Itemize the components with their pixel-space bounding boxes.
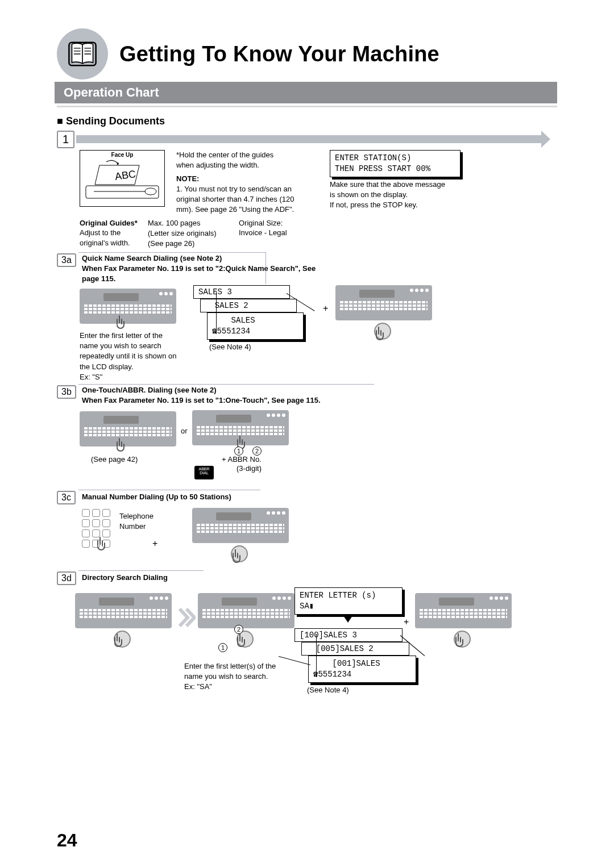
fax-panel-3a-right <box>335 285 432 320</box>
lcd-enter-station: ENTER STATION(S) THEN PRESS START 00% <box>330 150 460 177</box>
fax-panel-3d-3 <box>415 593 512 628</box>
hand-icon-3d-2 <box>234 633 247 650</box>
svg-rect-1 <box>86 186 159 198</box>
orig-guides-text: Adjust to the original's width. <box>80 228 130 248</box>
s3b-heading: One-Touch/ABBR. Dialing (see Note 2) Whe… <box>82 385 400 406</box>
fax-panel-3a-left <box>80 289 176 324</box>
lcd-3a-2: SALES 2 <box>200 299 297 312</box>
book-icon <box>57 28 108 80</box>
rule-3d <box>78 570 204 571</box>
confirm-msg: Make sure that the above message is show… <box>330 180 478 211</box>
lcd-3a-34: SALES ☎5551234 <box>207 312 304 340</box>
hand-icon-3d-3 <box>453 633 465 650</box>
s3c-tel: Telephone Number <box>119 511 154 532</box>
s3d-instr: Enter the first letter(s) of the name yo… <box>184 661 304 692</box>
note-label: NOTE: <box>176 174 199 184</box>
lcd-3d-r1: [100]SALES 3 <box>294 628 403 642</box>
s3a-instr: Enter the first letter of the name you w… <box>80 331 199 382</box>
note-1-text: 1. You must not try to send/scan an orig… <box>176 184 324 215</box>
orig-guides-label: Original Guides* <box>80 218 138 228</box>
s3b-3digit: (3-digit) <box>237 464 262 474</box>
s3d-heading: Directory Search Dialing <box>82 573 168 583</box>
tri-down-3d <box>343 616 352 623</box>
face-up-illustration: Face Up ABC <box>80 150 165 207</box>
s3c-heading: Manual Number Dialing (Up to 50 Stations… <box>82 492 231 502</box>
hand-icon-3c-2 <box>230 549 242 566</box>
hand-icon-3b-1 <box>114 437 126 454</box>
fax-panel-3b-left <box>80 411 176 446</box>
step-1-box: 1 <box>57 131 74 148</box>
flow-arrow-top <box>76 135 542 143</box>
lcd-3a-1: SALES 3 <box>193 285 290 299</box>
rule-3b <box>78 384 374 385</box>
orig-size-label: Original Size: <box>239 218 283 228</box>
s3a-seenote4: (See Note 4) <box>209 342 251 352</box>
plus-3a: + <box>323 303 328 314</box>
step-3b-box: 3b <box>57 385 76 399</box>
lcd-3d-enter: ENTER LETTER (s) SA▮ <box>294 587 403 615</box>
fax-panel-3c <box>192 508 289 543</box>
circ-1-3d: 1 <box>218 643 227 652</box>
fax-panel-3d-2 <box>198 593 294 628</box>
rule-3c <box>78 490 260 490</box>
page-number: 24 <box>57 830 77 851</box>
hold-guides-note: *Hold the center of the guides when adju… <box>176 150 307 170</box>
s3d-seenote4: (See Note 4) <box>307 685 349 695</box>
fax-panel-3d-1 <box>75 593 172 628</box>
hand-icon-3d-1 <box>111 633 124 650</box>
s3b-or: or <box>181 426 188 436</box>
step-3c-box: 3c <box>57 491 76 504</box>
divider <box>57 106 557 107</box>
lcd-3d-r2: [005]SALES 2 <box>301 642 409 656</box>
plus-3c: + <box>152 539 157 549</box>
hand-icon-3c-1 <box>94 536 107 553</box>
page-title: Getting To Know Your Machine <box>119 42 439 66</box>
hand-icon-3a-1 <box>114 315 126 332</box>
max-pages: Max. 100 pages (Letter size originals) (… <box>148 218 217 249</box>
s3b-see42: (See page 42) <box>91 454 138 465</box>
lcd-3d-r34: [001]SALES ☎5551234 <box>308 656 416 683</box>
subtitle-bar: Operation Chart <box>55 82 557 103</box>
plus-3d: + <box>404 617 409 627</box>
hand-icon-3a-2 <box>373 326 385 343</box>
face-up-label: Face Up <box>80 152 164 158</box>
flow-area: 1 Face Up ABC *Hold the center of the gu… <box>57 133 557 758</box>
chevron-3d <box>179 608 196 627</box>
circ-2-3d: 2 <box>234 625 243 634</box>
step-3d-box: 3d <box>57 571 76 585</box>
section-title: Sending Documents <box>57 115 557 127</box>
step-3a-box: 3a <box>57 253 76 267</box>
orig-size-range: Invoice - Legal <box>239 228 287 238</box>
abbr-dial-badge: ABBRDIAL <box>194 466 214 479</box>
rule-3a <box>78 252 266 284</box>
